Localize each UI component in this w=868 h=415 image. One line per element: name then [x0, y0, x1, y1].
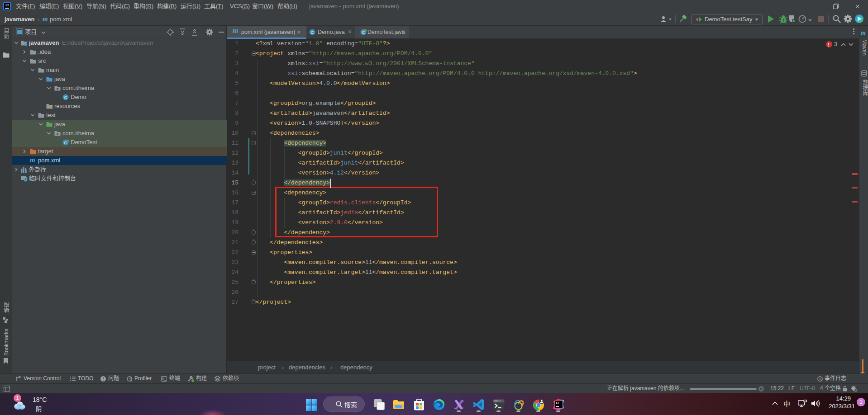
svg-text:C: C: [362, 30, 365, 35]
svg-text:IJ: IJ: [556, 401, 559, 405]
svg-text:C: C: [311, 30, 314, 35]
svg-text:C: C: [64, 140, 67, 145]
svg-text:C: C: [64, 95, 67, 100]
